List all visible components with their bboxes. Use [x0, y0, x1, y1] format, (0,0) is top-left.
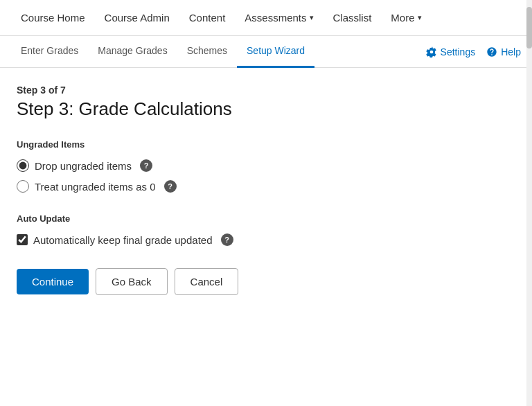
drop-ungraded-help-icon[interactable]: ? [140, 159, 152, 172]
main-content: Step 3 of 7 Step 3: Grade Calculations U… [0, 68, 532, 312]
button-row: Continue Go Back Cancel [17, 268, 515, 295]
assessments-chevron-icon: ▾ [310, 13, 314, 22]
auto-update-section: Auto Update Automatically keep final gra… [17, 213, 515, 246]
scrollbar-track [526, 0, 532, 406]
treat-as-zero-label: Treat ungraded items as 0 [35, 181, 156, 193]
nav-course-admin[interactable]: Course Admin [95, 0, 179, 36]
auto-update-option[interactable]: Automatically keep final grade updated ? [17, 233, 515, 246]
auto-update-checkbox-label: Automatically keep final grade updated [33, 234, 213, 246]
cancel-button[interactable]: Cancel [175, 268, 239, 295]
drop-ungraded-label: Drop ungraded items [35, 160, 132, 172]
treat-as-zero-radio[interactable] [17, 180, 29, 193]
tab-schemes[interactable]: Schemes [177, 36, 237, 68]
nav-course-home[interactable]: Course Home [11, 0, 95, 36]
ungraded-label: Ungraded Items [17, 139, 515, 150]
ungraded-section: Ungraded Items Drop ungraded items ? Tre… [17, 139, 515, 193]
tab-manage-grades[interactable]: Manage Grades [88, 36, 177, 68]
settings-action[interactable]: Settings [426, 46, 476, 58]
auto-update-checkbox[interactable] [17, 234, 28, 245]
scrollbar-thumb[interactable] [526, 7, 532, 48]
nav-more[interactable]: More ▾ [381, 0, 431, 36]
step-indicator: Step 3 of 7 [17, 85, 515, 96]
tab-setup-wizard[interactable]: Setup Wizard [237, 36, 314, 68]
step-title: Step 3: Grade Calculations [17, 98, 515, 120]
treat-as-zero-help-icon[interactable]: ? [164, 180, 177, 193]
gear-icon [426, 46, 437, 58]
auto-update-help-icon[interactable]: ? [221, 233, 233, 246]
drop-ungraded-option[interactable]: Drop ungraded items ? [17, 159, 515, 172]
auto-update-label: Auto Update [17, 213, 515, 224]
top-nav: Course Home Course Admin Content Assessm… [0, 0, 532, 36]
drop-ungraded-radio[interactable] [17, 159, 29, 172]
more-chevron-icon: ▾ [418, 13, 422, 22]
nav-assessments[interactable]: Assessments ▾ [235, 0, 323, 36]
help-action[interactable]: Help [486, 46, 521, 58]
go-back-button[interactable]: Go Back [96, 268, 168, 295]
sub-nav: Enter Grades Manage Grades Schemes Setup… [0, 36, 532, 68]
sub-nav-actions: Settings Help [426, 46, 521, 58]
treat-as-zero-option[interactable]: Treat ungraded items as 0 ? [17, 180, 515, 193]
nav-content[interactable]: Content [179, 0, 236, 36]
nav-classlist[interactable]: Classlist [323, 0, 382, 36]
radio-group: Drop ungraded items ? Treat ungraded ite… [17, 159, 515, 193]
continue-button[interactable]: Continue [17, 269, 89, 294]
tab-enter-grades[interactable]: Enter Grades [11, 36, 88, 68]
question-circle-icon [486, 46, 497, 58]
